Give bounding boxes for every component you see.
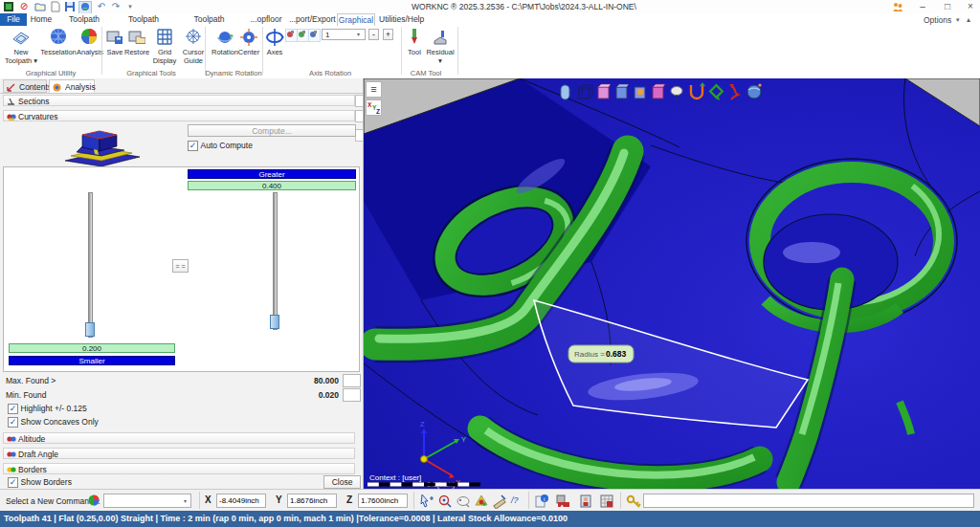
axes-icon bbox=[265, 28, 284, 47]
altitude-label: Altitude bbox=[18, 434, 45, 444]
magenta-cube-icon[interactable] bbox=[653, 84, 665, 99]
close-button[interactable]: × bbox=[965, 1, 976, 12]
sections-header[interactable]: Sections bbox=[3, 95, 355, 106]
grid-display-button[interactable]: GridDisplay bbox=[151, 28, 178, 65]
graphical-mode-icon[interactable] bbox=[78, 1, 92, 14]
cursor-arrows-icon[interactable] bbox=[419, 494, 434, 509]
ribbon: New Toolpath ▾ Tesselation Analysis Grap… bbox=[0, 26, 980, 79]
analysis-button[interactable]: Analysis bbox=[77, 28, 101, 57]
slash-question-icon[interactable]: /? bbox=[511, 495, 519, 505]
tab-shopfloor[interactable]: ...opfloor bbox=[247, 13, 285, 26]
sections-spinbox[interactable] bbox=[355, 95, 364, 107]
highlight-checkbox[interactable]: ✓ Highlight +/- 0.125 bbox=[8, 404, 87, 414]
y-coordinate-field[interactable] bbox=[287, 494, 337, 508]
left-slider-track[interactable] bbox=[88, 192, 93, 338]
residual-dropdown-icon: ▾ bbox=[438, 56, 442, 65]
tab-utilities-help[interactable]: Utilities/Help bbox=[379, 13, 423, 26]
tab-import-export[interactable]: ...port/Export bbox=[289, 13, 333, 26]
tab-toolpath-editing[interactable]: Toolpath Editing bbox=[117, 13, 170, 26]
tab-graphical[interactable]: Graphical bbox=[337, 13, 375, 26]
min-found-input[interactable] bbox=[343, 388, 361, 402]
show-borders-checkbox[interactable]: ✓ Show Borders bbox=[8, 477, 72, 488]
axis-plus-button[interactable]: + bbox=[383, 29, 393, 40]
eraser-icon[interactable] bbox=[456, 494, 471, 509]
borders-header[interactable]: Borders bbox=[3, 463, 355, 474]
operator-icon[interactable] bbox=[578, 494, 593, 509]
options-dropdown-icon[interactable]: ▾ bbox=[956, 16, 960, 24]
rotation-label: Rotation bbox=[209, 49, 241, 57]
close-panel-button[interactable]: Close bbox=[323, 475, 361, 489]
link-sliders-button[interactable]: = = bbox=[172, 259, 189, 273]
show-concaves-checkbox[interactable]: ✓ Show Concaves Only bbox=[8, 417, 99, 428]
collaboration-icon[interactable] bbox=[892, 1, 903, 12]
right-slider-track[interactable] bbox=[273, 192, 278, 330]
cursor-guide-button[interactable]: CursorGuide bbox=[180, 28, 207, 65]
right-slider-thumb[interactable] bbox=[270, 315, 279, 329]
altitude-header[interactable]: Altitude bbox=[3, 432, 355, 444]
command-combo[interactable] bbox=[103, 494, 191, 508]
viewport-menu-button[interactable]: ≡ bbox=[366, 81, 382, 98]
tab-file[interactable]: File bbox=[0, 13, 27, 26]
panel-tab-analysis[interactable]: Analysis bbox=[49, 79, 95, 93]
redo-icon[interactable]: ↷ bbox=[110, 1, 122, 12]
axes-button[interactable]: Axes bbox=[264, 28, 285, 57]
capsule-icon[interactable] bbox=[561, 85, 569, 99]
residual-button[interactable]: Residual▾ bbox=[426, 28, 455, 65]
auto-compute-checkbox[interactable]: ✓ Auto Compute bbox=[188, 141, 253, 151]
max-found-input[interactable] bbox=[343, 374, 361, 387]
tesselation-button[interactable]: Tesselation bbox=[40, 28, 77, 57]
rotation-button[interactable]: Rotation bbox=[209, 28, 241, 57]
machine-status-icon[interactable]: ▲ bbox=[555, 494, 570, 509]
blue-cube-icon[interactable] bbox=[616, 84, 629, 99]
block-icon[interactable]: ⊘ bbox=[18, 1, 30, 12]
tab-toolpath-creation[interactable]: Toolpath Creation bbox=[56, 13, 113, 26]
center-button[interactable]: Center bbox=[237, 28, 260, 57]
save-view-button[interactable]: Save bbox=[103, 28, 126, 57]
new-document-icon[interactable] bbox=[50, 1, 61, 12]
panel-tab-contents[interactable]: Contents bbox=[3, 79, 47, 93]
axis-minus-button[interactable]: - bbox=[368, 29, 379, 40]
tool-button[interactable]: Tool bbox=[403, 28, 426, 57]
left-slider-thumb[interactable] bbox=[85, 322, 95, 337]
pink-cube-icon[interactable] bbox=[598, 84, 611, 99]
palette-icon[interactable] bbox=[474, 494, 489, 509]
measure-pen-icon[interactable] bbox=[492, 494, 507, 509]
quick-access-dropdown-icon[interactable]: ▾ bbox=[124, 1, 136, 12]
key-icon[interactable] bbox=[626, 494, 641, 509]
axis-angle-dropdown-icon[interactable]: ▾ bbox=[357, 31, 360, 37]
app-icon[interactable] bbox=[3, 1, 14, 12]
x-coordinate-field[interactable] bbox=[216, 494, 266, 508]
curvatures-header[interactable]: Curvatures bbox=[3, 110, 355, 121]
open-folder-icon[interactable] bbox=[34, 1, 46, 12]
axis-rotate-z-button[interactable] bbox=[308, 29, 321, 42]
curvatures-spinbox[interactable] bbox=[355, 110, 364, 122]
maximize-button[interactable]: □ bbox=[942, 1, 953, 12]
restore-view-button[interactable]: Restore bbox=[124, 28, 149, 57]
ribbon-tab-row: File Home Toolpath Creation Toolpath Edi… bbox=[0, 13, 980, 27]
command-input[interactable] bbox=[643, 494, 974, 508]
content-spinbox[interactable] bbox=[355, 129, 364, 142]
orange-dot-cube-icon[interactable] bbox=[635, 87, 645, 99]
info-icon[interactable]: i bbox=[534, 494, 549, 509]
tab-toolpath-management[interactable]: Toolpath Management bbox=[174, 13, 244, 26]
residual-icon bbox=[433, 28, 448, 47]
new-toolpath-button[interactable]: New Toolpath ▾ bbox=[2, 28, 40, 65]
viewport-xyz-button[interactable]: XYZ bbox=[366, 99, 382, 116]
compute-button[interactable]: Compute... bbox=[188, 124, 356, 137]
zoom-select-icon[interactable] bbox=[437, 494, 453, 509]
save-icon[interactable] bbox=[64, 1, 76, 12]
draft-angle-header[interactable]: Draft Angle bbox=[3, 448, 355, 459]
svg-text:▲: ▲ bbox=[560, 503, 564, 508]
command-combo-dropdown-icon[interactable]: ▾ bbox=[184, 497, 187, 504]
options-menu[interactable]: Options bbox=[924, 15, 951, 25]
undo-icon[interactable]: ↶ bbox=[96, 1, 107, 12]
minimize-button[interactable]: – bbox=[917, 1, 928, 12]
viewport-3d[interactable]: Radius = 0.683 Z Y X Context : [user] 0.… bbox=[364, 78, 980, 489]
curvatures-icon bbox=[7, 113, 16, 121]
calculator-grid-icon[interactable] bbox=[599, 494, 614, 509]
tab-home[interactable]: Home bbox=[29, 13, 54, 26]
collapse-ribbon-icon[interactable]: ▴ bbox=[967, 15, 970, 24]
altitude-icon bbox=[7, 435, 16, 444]
draft-angle-icon bbox=[7, 450, 16, 459]
z-coordinate-field[interactable] bbox=[358, 494, 408, 508]
